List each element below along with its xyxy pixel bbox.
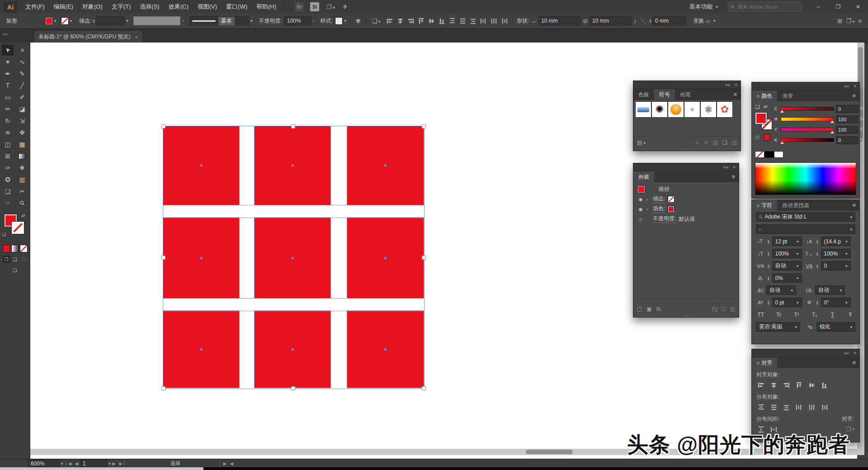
status-prev-icon[interactable]: ◀ — [230, 461, 233, 466]
stock-search-box[interactable]: ⚲ — [728, 2, 802, 12]
align-icon[interactable] — [755, 380, 766, 389]
collapse-tools-icon[interactable]: «« — [2, 31, 8, 37]
close-button[interactable]: ✕ — [848, 0, 868, 14]
fill-swatch[interactable] — [668, 206, 675, 213]
corner-type-icon[interactable]: ⋱ — [641, 18, 646, 24]
disclosure-icon[interactable]: › — [646, 206, 650, 212]
type-tool[interactable]: T — [2, 80, 14, 91]
close-tab-icon[interactable]: × — [135, 34, 138, 40]
restore-button[interactable]: ❐ — [828, 0, 848, 14]
delete-item-icon[interactable]: ▥ — [730, 306, 735, 312]
panel-menu-icon[interactable]: ≡ — [733, 91, 737, 98]
free-transform-tool[interactable]: ✥ — [16, 127, 28, 138]
scale-tool[interactable]: ⇲ — [16, 115, 28, 126]
fill-color-control[interactable]: ▾ — [45, 17, 57, 25]
insert-space-left-field[interactable]: 自动▾ — [766, 285, 796, 295]
artboard-dropdown-icon[interactable]: ▾ — [108, 461, 111, 466]
tab-color[interactable]: ◇颜色 — [752, 90, 777, 101]
horizontal-scale-field[interactable]: 100%▾ — [821, 249, 851, 258]
none-swatch[interactable] — [755, 151, 764, 158]
m-slider[interactable] — [781, 117, 834, 121]
type-toggle-button[interactable]: T — [827, 312, 837, 318]
last-artboard-icon[interactable]: ▶❘ — [119, 461, 125, 466]
next-artboard-icon[interactable]: ▶ — [112, 461, 115, 466]
align-icon[interactable] — [793, 380, 804, 389]
tab-brushes[interactable]: 画笔 — [675, 89, 696, 100]
panel-menu-icon[interactable]: ≡ — [852, 92, 856, 99]
appearance-row-opacity[interactable]: ◉ 不透明度: 默认值 — [633, 214, 739, 224]
type-toggle-button[interactable]: T¹ — [792, 312, 802, 318]
appearance-row-fill[interactable]: ◉ › 填色: — [633, 204, 739, 214]
workspace-switcher[interactable]: 基本功能 — [689, 3, 712, 11]
previous-artboard-icon[interactable]: ◀ — [75, 461, 78, 466]
screen-mode-button[interactable]: ❏ — [8, 266, 22, 274]
stroke-label[interactable]: 描边: — [653, 195, 665, 203]
artboard-tool[interactable]: ❏ — [2, 186, 14, 197]
close-panel-icon[interactable]: × — [735, 82, 737, 87]
arrange-documents-icon[interactable]: ❒▾ — [326, 4, 335, 10]
swap-fill-stroke-icon[interactable]: ⇄ — [21, 213, 25, 218]
panel-menu-icon[interactable]: ≡ — [852, 202, 856, 209]
panel-dock-icon[interactable]: ❐▾ — [846, 18, 854, 24]
line-segment-tool[interactable]: ╱ — [16, 80, 28, 91]
c-value-field[interactable]: 0 — [836, 105, 859, 113]
menu-item[interactable]: 选择(S) — [135, 0, 164, 14]
tab-swatches[interactable]: 色板 — [633, 89, 654, 100]
hand-tool[interactable]: ☞ — [2, 198, 14, 209]
minimize-button[interactable]: – — [808, 0, 828, 14]
stock-icon[interactable]: St — [310, 2, 319, 11]
align-icon[interactable] — [385, 16, 395, 25]
transform-label[interactable]: 变换 — [693, 17, 704, 25]
stroke-weight-stepper[interactable]: ▴▾ — [93, 19, 94, 23]
status-next-icon[interactable]: ▶ — [223, 461, 226, 466]
stroke-weight-field[interactable] — [96, 16, 125, 25]
stroke-color-control[interactable]: ▾ — [61, 17, 72, 25]
opacity-label[interactable]: 不透明度: — [653, 215, 676, 223]
selection-handle[interactable] — [422, 386, 426, 390]
column-graph-tool[interactable]: ▥ — [16, 174, 28, 185]
selection-handle[interactable] — [422, 124, 426, 128]
align-icon[interactable] — [479, 16, 488, 25]
panel-menu-icon[interactable]: ≡ — [852, 359, 856, 366]
control-menu-icon[interactable]: ≡ — [858, 18, 862, 24]
swap-colors-icon[interactable]: ⇄ — [764, 104, 767, 109]
align-icon[interactable] — [489, 16, 499, 25]
align-icon[interactable] — [768, 380, 779, 389]
symbol-libraries-icon[interactable]: ▤▾ — [637, 139, 646, 146]
shape-height-field[interactable]: 10 mm — [590, 16, 632, 25]
selection-tool[interactable]: ➤ — [2, 45, 14, 56]
selection-handle[interactable] — [422, 256, 426, 260]
corner-radius-stepper[interactable]: ▴▾ — [650, 19, 651, 23]
rotate-tool[interactable]: ↻ — [2, 115, 14, 126]
share-icon[interactable]: ✈ — [342, 3, 348, 10]
menu-item[interactable]: 视图(V) — [193, 0, 222, 14]
selection-handle[interactable] — [161, 386, 165, 390]
paintbrush-tool[interactable]: ✐ — [16, 92, 28, 103]
align-icon[interactable] — [427, 16, 436, 25]
bridge-icon[interactable]: Br — [295, 2, 304, 11]
eraser-tool[interactable]: ◪ — [16, 104, 28, 114]
character-rotation-field[interactable]: 0°▾ — [821, 298, 851, 307]
white-swatch[interactable] — [774, 151, 783, 158]
vertical-scale-field[interactable]: 100%▾ — [772, 249, 802, 258]
corner-radius-field[interactable]: 0 mm — [652, 16, 686, 25]
align-icon[interactable] — [448, 16, 457, 25]
recolor-artwork-icon[interactable]: ✾ — [356, 18, 361, 24]
slice-tool[interactable]: ✂ — [16, 186, 28, 197]
resize-grip[interactable]: ▪▪▪▪▪ — [633, 314, 739, 317]
curvature-tool[interactable]: ✎ — [16, 68, 28, 79]
tab-gradient[interactable]: 渐变 — [777, 90, 798, 101]
distribute-icon[interactable] — [793, 403, 804, 412]
menu-item[interactable]: 编辑(E) — [49, 0, 78, 14]
direct-selection-tool[interactable]: ➤ — [16, 45, 28, 56]
collapse-panel-icon[interactable]: «« — [723, 165, 728, 170]
perspective-grid-tool[interactable]: ▦ — [16, 139, 28, 150]
align-icon[interactable] — [468, 16, 478, 25]
tab-character[interactable]: ◇字符 — [752, 200, 777, 211]
selection-handle[interactable] — [291, 124, 295, 128]
stroke-proxy[interactable] — [11, 221, 24, 234]
document-tab[interactable]: 未标题-1* @ 600% (CMYK/GPU 预览) × — [33, 30, 143, 43]
symbol-flower[interactable]: ✿ — [717, 101, 733, 118]
tab-align[interactable]: ◇对齐 — [752, 357, 777, 368]
visibility-eye-icon[interactable]: ◉ — [637, 197, 644, 202]
